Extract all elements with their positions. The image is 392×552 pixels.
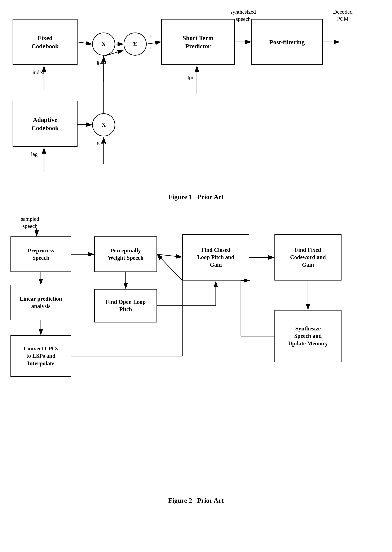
multiply1-circle: X	[92, 33, 115, 56]
synthesized-speech-label: synthesizedspeech	[231, 8, 256, 23]
svg-line-22	[157, 254, 182, 257]
figure1-area: Fixed Codebook Adaptive Codebook X X Σ S…	[0, 0, 392, 189]
fixed-codebook-box: Fixed Codebook	[13, 19, 77, 65]
figure1-title: Figure 1 Prior Art	[168, 193, 224, 201]
convert-lpcs-box: Convert LPCs to LSPs and Interpolate	[10, 335, 71, 377]
convert-lpcs-label: Convert LPCs to LSPs and Interpolate	[23, 345, 58, 367]
multiply2-circle: X	[92, 113, 115, 136]
plus1-label: +	[149, 33, 152, 39]
sampled-speech-label: sampledspeech	[21, 216, 39, 230]
short-term-predictor-box: Short Term Predictor	[161, 19, 235, 65]
figure2-area: sampledspeech Preprocess Speech Linear p…	[0, 209, 392, 492]
adaptive-codebook-label: Adaptive Codebook	[31, 116, 59, 132]
figure2-title: Figure 2 Prior Art	[168, 497, 224, 504]
svg-line-9	[77, 124, 92, 125]
preprocess-speech-box: Preprocess Speech	[10, 236, 71, 272]
decoded-pcm-label: DecodedPCM	[333, 8, 352, 23]
figure2-caption: Figure 2 Prior Art	[0, 492, 392, 508]
gain2-label: gain	[97, 139, 106, 146]
linear-prediction-box: Linear prediction analysis	[10, 285, 71, 320]
find-open-loop-label: Find Open Loop Pitch	[106, 298, 146, 313]
find-open-loop-box: Find Open Loop Pitch	[94, 289, 157, 322]
find-closed-loop-label: Find Closed Loop Pitch and Gain	[197, 246, 234, 268]
synthesize-speech-box: Synthesize Speech and Update Memory	[274, 310, 342, 362]
plus2-label: +	[149, 45, 152, 51]
preprocess-speech-label: Preprocess Speech	[28, 247, 54, 262]
svg-line-21	[157, 254, 182, 281]
post-filtering-label: Post-filtering	[269, 38, 305, 46]
find-fixed-codeword-box: Find Fixed Codeword and Gain	[274, 234, 342, 281]
index-label: index	[33, 69, 45, 76]
linear-prediction-label: Linear prediction analysis	[20, 295, 62, 310]
find-closed-loop-box: Find Closed Loop Pitch and Gain	[182, 234, 249, 281]
adaptive-codebook-box: Adaptive Codebook	[13, 101, 77, 147]
synthesize-speech-label: Synthesize Speech and Update Memory	[288, 325, 328, 347]
figure1-caption: Figure 1 Prior Art	[0, 189, 392, 205]
multiply2-label: X	[102, 122, 106, 128]
post-filtering-box: Post-filtering	[252, 19, 323, 65]
svg-line-3	[147, 42, 161, 44]
perceptually-weight-box: Perceptually Weight Speech	[94, 236, 157, 272]
gain1-label: gain	[97, 59, 106, 65]
short-term-predictor-label: Short Term Predictor	[182, 34, 213, 50]
sum-label: Σ	[133, 40, 137, 48]
lag-label: lag	[31, 151, 38, 157]
find-fixed-codeword-label: Find Fixed Codeword and Gain	[290, 246, 326, 268]
fixed-codebook-label: Fixed Codebook	[31, 34, 59, 50]
lpc-label: lpc	[188, 74, 194, 81]
svg-line-1	[77, 42, 92, 44]
sum-circle: Σ	[124, 33, 147, 56]
multiply1-label: X	[102, 41, 106, 47]
perceptually-weight-label: Perceptually Weight Speech	[108, 247, 144, 262]
